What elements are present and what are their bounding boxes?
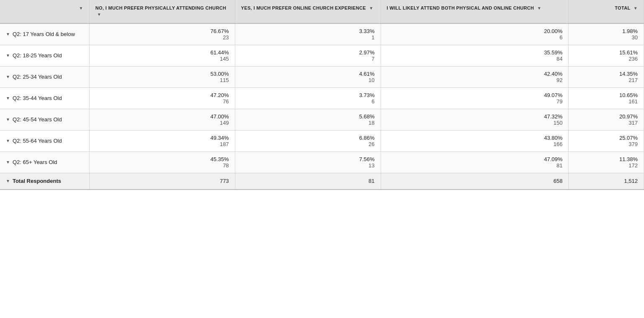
total-cell: 14.35% 217 xyxy=(569,66,644,87)
sort-icon-total[interactable]: ▼ xyxy=(634,5,638,11)
sort-icon-likely[interactable]: ▼ xyxy=(537,5,541,11)
row-label-cell: ▼ Q2: 25-34 Years Old xyxy=(0,66,89,87)
no-prefer-cell: 76.67% 23 xyxy=(89,23,235,45)
no-prefer-col-header: NO, I MUCH PREFER PHYSICALLY ATTENDING C… xyxy=(89,0,235,23)
row-label-cell: ▼ Q2: 65+ Years Old xyxy=(0,151,89,173)
total-row-label-cell: ▼ Total Respondents xyxy=(0,173,89,190)
likely-cell: 20.00% 6 xyxy=(381,23,569,45)
total-count: 172 xyxy=(574,162,638,169)
row-expand-icon[interactable]: ▼ xyxy=(6,32,10,36)
table-row: ▼ Q2: 35-44 Years Old 47.20% 76 3.73% 6 … xyxy=(0,87,644,109)
no-prefer-count: 76 xyxy=(95,98,229,105)
row-label: Q2: 25-34 Years Old xyxy=(13,73,62,81)
likely-cell: 47.09% 81 xyxy=(381,151,569,173)
likely-cell: 47.32% 150 xyxy=(381,109,569,130)
no-prefer-pct: 76.67% xyxy=(95,28,229,34)
row-label: Q2: 55-64 Years Old xyxy=(13,137,62,145)
row-label-cell: ▼ Q2: 55-64 Years Old xyxy=(0,130,89,151)
yes-prefer-pct: 2.97% xyxy=(241,49,375,56)
likely-both-col-header: I WILL LIKELY ATTEND BOTH PHYSICAL AND O… xyxy=(381,0,569,23)
total-yes-prefer-count: 81 xyxy=(241,178,375,184)
total-cell: 1.98% 30 xyxy=(569,23,644,45)
yes-prefer-pct: 6.86% xyxy=(241,135,375,141)
no-prefer-count: 78 xyxy=(95,162,229,169)
likely-cell: 35.59% 84 xyxy=(381,45,569,66)
row-label: Q2: 35-44 Years Old xyxy=(13,95,62,102)
no-prefer-pct: 45.35% xyxy=(95,156,229,162)
total-no-prefer-count: 773 xyxy=(95,178,229,184)
likely-count: 92 xyxy=(387,77,563,83)
yes-prefer-cell: 3.73% 6 xyxy=(235,87,381,109)
likely-cell: 42.40% 92 xyxy=(381,66,569,87)
yes-prefer-count: 18 xyxy=(241,120,375,126)
likely-pct: 47.32% xyxy=(387,113,563,120)
main-table-wrapper: ▼ NO, I MUCH PREFER PHYSICALLY ATTENDING… xyxy=(0,0,644,190)
row-expand-icon[interactable]: ▼ xyxy=(6,53,10,58)
sort-icon-yes-prefer[interactable]: ▼ xyxy=(369,5,373,11)
total-pct: 14.35% xyxy=(574,71,638,77)
no-prefer-cell: 61.44% 145 xyxy=(89,45,235,66)
no-prefer-count: 149 xyxy=(95,120,229,126)
no-prefer-pct: 61.44% xyxy=(95,49,229,56)
likely-cell: 43.80% 166 xyxy=(381,130,569,151)
row-label: Q2: 18-25 Years Old xyxy=(13,52,62,59)
table-row: ▼ Q2: 25-34 Years Old 53.00% 115 4.61% 1… xyxy=(0,66,644,87)
table-row: ▼ Q2: 65+ Years Old 45.35% 78 7.56% 13 4… xyxy=(0,151,644,173)
row-label: Q2: 17 Years Old & below xyxy=(13,31,75,38)
yes-prefer-count: 1 xyxy=(241,34,375,41)
row-expand-icon[interactable]: ▼ xyxy=(6,74,10,79)
row-label: Q2: 65+ Years Old xyxy=(13,159,57,166)
likely-count: 79 xyxy=(387,98,563,105)
total-row-expand-icon[interactable]: ▼ xyxy=(6,179,10,183)
sort-icon-no-prefer[interactable]: ▼ xyxy=(97,12,101,18)
total-pct: 20.97% xyxy=(574,113,638,120)
no-prefer-cell: 53.00% 115 xyxy=(89,66,235,87)
total-cell: 15.61% 236 xyxy=(569,45,644,66)
row-expand-icon[interactable]: ▼ xyxy=(6,96,10,100)
yes-prefer-cell: 6.86% 26 xyxy=(235,130,381,151)
yes-prefer-count: 6 xyxy=(241,98,375,105)
table-row: ▼ Q2: 55-64 Years Old 49.34% 187 6.86% 2… xyxy=(0,130,644,151)
yes-prefer-cell: 3.33% 1 xyxy=(235,23,381,45)
row-expand-icon[interactable]: ▼ xyxy=(6,138,10,143)
row-label: Q2: 45-54 Years Old xyxy=(13,116,62,123)
total-row: ▼ Total Respondents 773 81 658 1,512 xyxy=(0,173,644,190)
yes-prefer-count: 10 xyxy=(241,77,375,83)
yes-prefer-cell: 4.61% 10 xyxy=(235,66,381,87)
no-prefer-pct: 47.20% xyxy=(95,92,229,98)
likely-cell: 49.07% 79 xyxy=(381,87,569,109)
likely-pct: 43.80% xyxy=(387,135,563,141)
likely-pct: 20.00% xyxy=(387,28,563,34)
likely-count: 166 xyxy=(387,141,563,147)
row-expand-icon[interactable]: ▼ xyxy=(6,160,10,164)
total-count: 236 xyxy=(574,56,638,62)
likely-pct: 49.07% xyxy=(387,92,563,98)
total-count: 379 xyxy=(574,141,638,147)
total-count: 161 xyxy=(574,98,638,105)
yes-prefer-pct: 5.68% xyxy=(241,113,375,120)
row-label-cell: ▼ Q2: 17 Years Old & below xyxy=(0,23,89,45)
total-count: 30 xyxy=(574,34,638,41)
yes-prefer-pct: 3.73% xyxy=(241,92,375,98)
row-label-cell: ▼ Q2: 35-44 Years Old xyxy=(0,87,89,109)
no-prefer-cell: 47.20% 76 xyxy=(89,87,235,109)
row-label-cell: ▼ Q2: 45-54 Years Old xyxy=(0,109,89,130)
total-pct: 1.98% xyxy=(574,28,638,34)
no-prefer-count: 145 xyxy=(95,56,229,62)
total-row-label: Total Respondents xyxy=(13,177,61,185)
total-cell: 11.38% 172 xyxy=(569,151,644,173)
total-pct: 15.61% xyxy=(574,49,638,56)
no-prefer-pct: 47.00% xyxy=(95,113,229,120)
likely-count: 81 xyxy=(387,162,563,169)
sort-icon-row[interactable]: ▼ xyxy=(79,5,83,11)
yes-prefer-cell: 7.56% 13 xyxy=(235,151,381,173)
yes-prefer-cell: 2.97% 7 xyxy=(235,45,381,66)
table-row: ▼ Q2: 17 Years Old & below 76.67% 23 3.3… xyxy=(0,23,644,45)
total-yes-prefer-cell: 81 xyxy=(235,173,381,190)
total-cell: 25.07% 379 xyxy=(569,130,644,151)
total-total-cell: 1,512 xyxy=(569,173,644,190)
yes-prefer-col-header: YES, I MUCH PREFER ONLINE CHURCH EXPERIE… xyxy=(235,0,381,23)
row-expand-icon[interactable]: ▼ xyxy=(6,117,10,122)
header-row: ▼ NO, I MUCH PREFER PHYSICALLY ATTENDING… xyxy=(0,0,644,23)
no-prefer-count: 187 xyxy=(95,141,229,147)
